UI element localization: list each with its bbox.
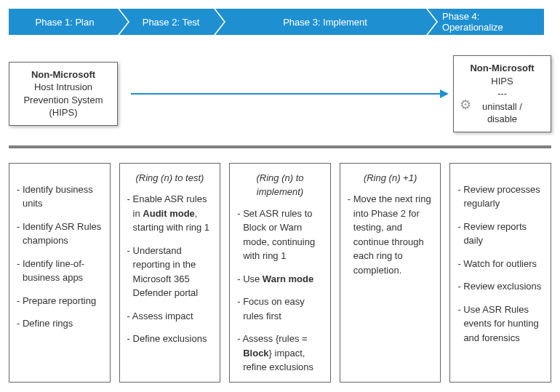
list-item: - Set ASR rules to Block or Warn mode, c… xyxy=(237,207,323,263)
list-item: - Prepare reporting xyxy=(17,294,103,308)
list-item: - Define exclusions xyxy=(127,332,213,346)
list-item: - Assess impact xyxy=(127,309,213,324)
gear-icon: ⚙ xyxy=(460,98,471,111)
phase-detail-columns: - Identify business units- Identify ASR … xyxy=(9,163,551,383)
source-line2: Prevention System xyxy=(23,95,103,105)
phase-detail-column: - Identify business units- Identify ASR … xyxy=(9,163,111,383)
column-heading: (Ring (n) to implement) xyxy=(237,171,323,199)
phase-arrow: Phase 4: Operationalize xyxy=(428,9,544,35)
list-item: - Use ASR Rules events for hunting and f… xyxy=(457,303,543,345)
list-item: - Use Warn mode xyxy=(237,272,323,287)
target-action2: disable xyxy=(487,113,517,124)
list-item: - Define rings xyxy=(17,316,103,331)
phase-detail-column: (Ring (n) to test)- Enable ASR rules in … xyxy=(119,163,221,383)
phase-detail-column: (Ring (n) +1)- Move the next ring into P… xyxy=(340,163,441,383)
list-item: - Understand reporting in the Microsoft … xyxy=(127,244,213,300)
target-title: Non-Microsoft xyxy=(470,63,534,73)
target-hips-card: ⚙ Non-Microsoft HIPS --- uninstall / dis… xyxy=(453,55,551,132)
target-sep: --- xyxy=(497,88,507,99)
list-item: - Move the next ring into Phase 2 for te… xyxy=(348,192,433,277)
list-item: - Identify line-of-business apps xyxy=(17,257,103,285)
source-line3: (HIPS) xyxy=(49,107,78,118)
phase-detail-column: - Review processes regularly- Review rep… xyxy=(449,163,551,383)
source-hips-card: Non-Microsoft Host Intrusion Prevention … xyxy=(9,62,118,126)
list-item: - Review exclusions xyxy=(457,279,543,294)
list-item: - Focus on easy rules first xyxy=(237,295,323,323)
source-line1: Host Intrusion xyxy=(34,81,92,92)
target-action1: uninstall / xyxy=(482,101,522,112)
target-sub: HIPS xyxy=(491,76,513,87)
section-divider xyxy=(9,145,551,148)
list-item: - Enable ASR rules in Audit mode, starti… xyxy=(127,192,213,235)
column-heading: (Ring (n) +1) xyxy=(348,171,433,185)
list-item: - Review processes regularly xyxy=(457,183,543,211)
list-item: - Assess {rules = Block} impact, refine … xyxy=(237,332,323,375)
phase-arrow-row: Phase 1: PlanPhase 2: TestPhase 3: Imple… xyxy=(9,9,551,35)
phase-arrow: Phase 3: Implement xyxy=(215,9,426,35)
phase-detail-column: (Ring (n) to implement)- Set ASR rules t… xyxy=(229,163,331,383)
source-title: Non-Microsoft xyxy=(31,69,95,80)
phase-arrow: Phase 1: Plan xyxy=(9,9,118,35)
phase-arrow: Phase 2: Test xyxy=(119,9,214,35)
list-item: - Review reports daily xyxy=(457,220,543,248)
migration-arrow xyxy=(131,93,449,95)
list-item: - Identify business units xyxy=(17,183,103,211)
list-item: - Identify ASR Rules champions xyxy=(17,220,103,248)
column-heading: (Ring (n) to test) xyxy=(127,171,213,185)
migration-row: Non-Microsoft Host Intrusion Prevention … xyxy=(9,55,551,132)
list-item: - Watch for outliers xyxy=(457,257,543,271)
